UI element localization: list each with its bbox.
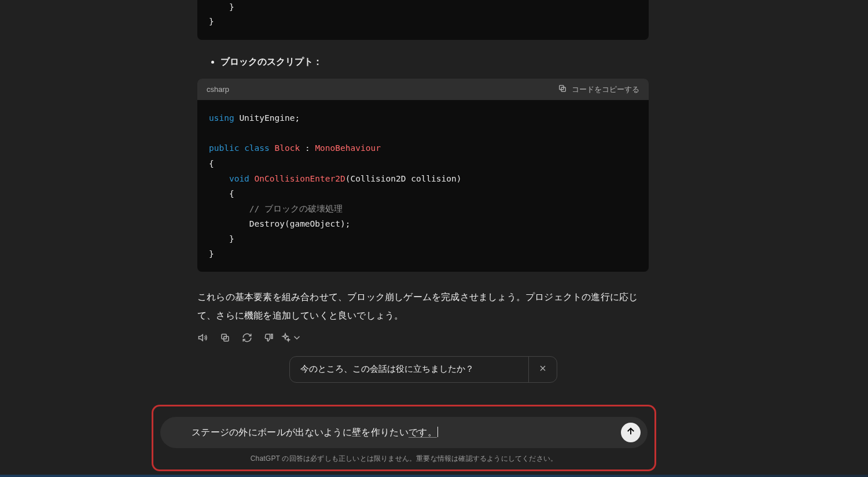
input-area-highlight: ステージの外にボールが出ないように壁を作りたいです。 ChatGPT の回答は必… <box>152 405 656 471</box>
code-block: csharp コードをコピーする using UnityEngine; publ… <box>197 79 649 272</box>
sparkle-icon <box>280 332 290 345</box>
feedback-pill: 今のところ、この会話は役に立ちましたか？ <box>289 356 557 383</box>
taskbar-sliver <box>0 475 868 477</box>
code-token: { <box>209 189 234 198</box>
feedback-question: 今のところ、この会話は役に立ちましたか？ <box>300 364 474 375</box>
code-token: using <box>209 113 234 123</box>
chevron-down-icon <box>292 332 302 345</box>
code-block-previous-tail: } } <box>197 0 649 40</box>
code-body[interactable]: using UnityEngine; public class Block : … <box>197 100 649 272</box>
code-token <box>209 174 229 183</box>
code-line: } <box>209 2 234 12</box>
code-token: } <box>209 234 234 243</box>
code-token: // ブロックの破壊処理 <box>249 204 343 213</box>
disclaimer-text: ChatGPT の回答は必ずしも正しいとは限りません。重要な情報は確認するように… <box>160 454 648 464</box>
thumbs-down-icon <box>264 332 274 345</box>
code-token: : <box>300 143 315 153</box>
close-icon <box>538 364 547 375</box>
code-token <box>209 219 249 228</box>
code-token: class <box>244 143 270 153</box>
arrow-up-icon <box>626 426 636 439</box>
code-token: UnityEngine; <box>234 113 300 123</box>
message-input[interactable]: ステージの外にボールが出ないように壁を作りたいです。 <box>192 427 613 439</box>
code-token: Destroy(gameObject); <box>249 219 351 228</box>
code-language-label: csharp <box>207 85 229 94</box>
copy-code-label: コードをコピーする <box>572 84 639 95</box>
feedback-close-button[interactable] <box>528 357 557 382</box>
copy-icon <box>220 332 230 345</box>
code-token: } <box>209 249 214 258</box>
send-button[interactable] <box>621 423 641 442</box>
code-token: MonoBehaviour <box>315 143 381 153</box>
code-header: csharp コードをコピーする <box>197 79 649 100</box>
model-switch-button[interactable] <box>285 333 297 345</box>
message-input-pill: ステージの外にボールが出ないように壁を作りたいです。 <box>160 417 648 448</box>
chat-content: } } ブロックのスクリプト： csharp コードをコピーする using U… <box>197 0 649 383</box>
text-caret <box>437 427 438 437</box>
code-line: } <box>209 17 214 26</box>
code-token: void <box>229 174 249 183</box>
code-token: public <box>209 143 239 153</box>
input-text-ime: です。 <box>409 427 437 437</box>
input-text-base: ステージの外にボールが出ないように壁を作りたい <box>192 427 409 437</box>
speaker-icon <box>198 332 208 345</box>
message-action-row <box>197 333 649 345</box>
read-aloud-button[interactable] <box>197 333 209 345</box>
bad-response-button[interactable] <box>263 333 275 345</box>
summary-paragraph: これらの基本要素を組み合わせて、ブロック崩しゲームを完成させましょう。プロジェク… <box>197 288 649 325</box>
copy-code-button[interactable]: コードをコピーする <box>558 84 639 95</box>
feedback-thumbs-down-button[interactable] <box>506 364 518 375</box>
code-token <box>209 204 249 213</box>
feedback-thumbs-up-button[interactable] <box>484 364 496 375</box>
copy-icon <box>558 84 567 95</box>
code-token: OnCollisionEnter2D <box>255 174 345 183</box>
bullet-item: ブロックのスクリプト： <box>220 56 649 68</box>
code-token: (Collision2D collision) <box>345 174 462 183</box>
attach-file-button[interactable] <box>170 426 183 439</box>
code-token: Block <box>275 143 300 153</box>
code-token: { <box>209 159 214 168</box>
regenerate-button[interactable] <box>241 333 253 345</box>
bullet-list: ブロックのスクリプト： <box>220 56 649 68</box>
copy-message-button[interactable] <box>219 333 231 345</box>
feedback-prompt: 今のところ、この会話は役に立ちましたか？ <box>197 356 649 383</box>
refresh-icon <box>242 332 252 345</box>
